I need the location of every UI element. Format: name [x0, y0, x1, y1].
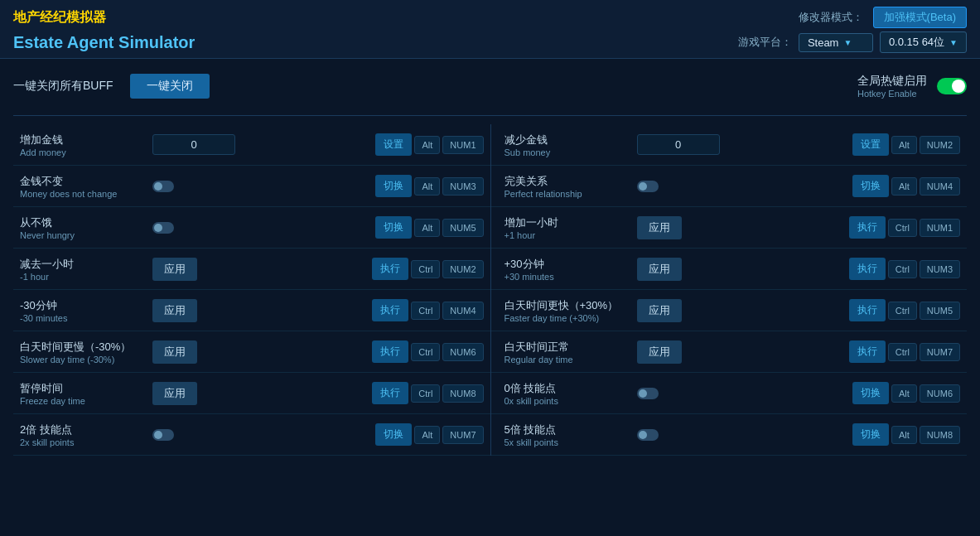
2x-skillpoints-hotkey: 切换 Alt NUM7 [375, 423, 483, 446]
feature-cn-slower-daytime: 白天时间更慢（-30%） [20, 340, 152, 355]
plus-1hour-apply-button[interactable]: 应用 [637, 216, 682, 239]
2x-skillpoints-mod-badge: Alt [414, 426, 440, 444]
feature-money-nochange: 金钱不变 Money does not change 切换 Alt NUM3 [13, 166, 490, 207]
feature-en-minus-30min: -30 minutes [20, 313, 152, 323]
toggle-off-knob4 [639, 182, 647, 191]
feature-cn-plus-1hour: 增加一小时 [504, 215, 637, 230]
2x-skillpoints-toggle-button[interactable]: 切换 [375, 423, 412, 446]
toggle-off-knob2 [154, 224, 162, 232]
feature-control-slower-daytime: 应用 执行 Ctrl NUM6 [152, 340, 484, 364]
plus-1hour-exec-button[interactable]: 执行 [849, 216, 886, 239]
perfect-rel-toggle-button[interactable]: 切换 [852, 175, 889, 197]
minus-1hour-mod-badge: Ctrl [411, 260, 440, 278]
plus-30min-exec-button[interactable]: 执行 [849, 258, 886, 280]
add-money-input[interactable] [152, 134, 235, 155]
main-content: 一键关闭所有BUFF 一键关闭 全局热键启用 Hotkey Enable 增加金… [0, 59, 980, 466]
hotkey-toggle[interactable] [937, 78, 967, 94]
feature-info-sub-money: 减少金钱 Sub money [504, 133, 637, 157]
freeze-daytime-apply-button[interactable]: 应用 [152, 382, 197, 405]
freeze-daytime-hotkey: 执行 Ctrl NUM8 [372, 382, 483, 404]
5x-skillpoints-toggle[interactable] [637, 429, 659, 441]
feature-en-plus-1hour: +1 hour [504, 230, 637, 240]
perfect-rel-hotkey: 切换 Alt NUM4 [852, 175, 960, 197]
feature-cn-plus-30min: +30分钟 [504, 257, 637, 272]
feature-en-money-nochange: Money does not change [20, 189, 152, 199]
plus-30min-hotkey: 执行 Ctrl NUM3 [849, 258, 960, 280]
perfect-rel-key-badge: NUM4 [920, 177, 960, 196]
sub-money-input[interactable] [637, 134, 720, 155]
feature-cn-regular-daytime: 白天时间正常 [504, 340, 637, 355]
perfect-rel-toggle[interactable] [637, 181, 659, 192]
minus-30min-exec-button[interactable]: 执行 [372, 299, 408, 321]
mode-badge[interactable]: 加强模式(Beta) [873, 7, 967, 28]
feature-cn-money-nochange: 金钱不变 [20, 174, 152, 189]
slower-daytime-hotkey: 执行 Ctrl NUM6 [372, 340, 483, 363]
add-money-set-button[interactable]: 设置 [375, 133, 412, 156]
regular-daytime-mod-badge: Ctrl [888, 343, 917, 361]
platform-chevron-icon: ▼ [843, 38, 852, 47]
sub-money-hotkey: 设置 Alt NUM2 [852, 133, 960, 156]
money-nochange-key-badge: NUM3 [442, 177, 483, 196]
faster-daytime-apply-button[interactable]: 应用 [637, 299, 682, 322]
close-all-button[interactable]: 一键关闭 [130, 74, 210, 99]
never-hungry-toggle[interactable] [152, 222, 174, 234]
platform-select[interactable]: Steam ▼ [799, 33, 873, 52]
feature-plus-30min: +30分钟 +30 minutes 应用 执行 Ctrl NUM3 [491, 249, 968, 290]
sub-money-set-button[interactable]: 设置 [852, 133, 889, 156]
feature-cn-faster-daytime: 白天时间更快（+30%） [504, 298, 637, 313]
hotkey-label-cn: 全局热键启用 [857, 74, 927, 89]
feature-en-5x-skillpoints: 5x skill points [504, 437, 637, 447]
money-nochange-toggle-button[interactable]: 切换 [375, 175, 412, 197]
right-column: 减少金钱 Sub money 设置 Alt NUM2 完美关系 Perfect … [490, 124, 968, 456]
feature-info-slower-daytime: 白天时间更慢（-30%） Slower day time (-30%) [20, 340, 152, 365]
divider [13, 115, 967, 116]
feature-en-perfect-rel: Perfect relationship [504, 189, 637, 199]
feature-en-freeze-daytime: Freeze day time [20, 396, 152, 406]
platform-row: 游戏平台： Steam ▼ 0.0.15 64位 ▼ [738, 31, 967, 53]
feature-info-minus-30min: -30分钟 -30 minutes [20, 298, 152, 323]
never-hungry-key-badge: NUM5 [442, 219, 483, 237]
minus-30min-apply-button[interactable]: 应用 [152, 299, 197, 322]
feature-control-2x-skillpoints: 切换 Alt NUM7 [152, 423, 484, 446]
plus-30min-apply-button[interactable]: 应用 [637, 258, 682, 281]
freeze-daytime-mod-badge: Ctrl [411, 384, 440, 403]
never-hungry-mod-badge: Alt [414, 219, 440, 237]
0x-skillpoints-toggle[interactable] [637, 388, 659, 399]
faster-daytime-mod-badge: Ctrl [888, 302, 917, 320]
regular-daytime-apply-button[interactable]: 应用 [637, 340, 682, 364]
minus-1hour-exec-button[interactable]: 执行 [372, 258, 408, 280]
faster-daytime-exec-button[interactable]: 执行 [849, 299, 886, 321]
feature-minus-30min: -30分钟 -30 minutes 应用 执行 Ctrl NUM4 [13, 290, 490, 331]
add-money-hotkey: 设置 Alt NUM1 [375, 133, 483, 156]
version-select[interactable]: 0.0.15 64位 ▼ [880, 31, 967, 53]
minus-30min-mod-badge: Ctrl [411, 302, 440, 320]
feature-control-faster-daytime: 应用 执行 Ctrl NUM5 [637, 299, 961, 322]
hotkey-label-en: Hotkey Enable [857, 89, 927, 99]
slower-daytime-exec-button[interactable]: 执行 [372, 340, 408, 363]
feature-info-regular-daytime: 白天时间正常 Regular day time [504, 340, 637, 365]
0x-skillpoints-hotkey: 切换 Alt NUM6 [852, 382, 960, 404]
freeze-daytime-key-badge: NUM8 [442, 384, 483, 403]
sub-money-key-badge: NUM2 [920, 136, 960, 154]
platform-label: 游戏平台： [738, 35, 792, 50]
regular-daytime-exec-button[interactable]: 执行 [849, 340, 886, 363]
feature-en-regular-daytime: Regular day time [504, 355, 637, 365]
feature-cn-freeze-daytime: 暂停时间 [20, 381, 152, 396]
feature-control-plus-30min: 应用 执行 Ctrl NUM3 [637, 258, 961, 281]
feature-control-plus-1hour: 应用 执行 Ctrl NUM1 [637, 216, 961, 239]
freeze-daytime-exec-button[interactable]: 执行 [372, 382, 408, 404]
0x-skillpoints-mod-badge: Alt [891, 384, 917, 403]
toggle-knob [952, 80, 965, 93]
0x-skillpoints-toggle-button[interactable]: 切换 [852, 382, 889, 404]
2x-skillpoints-toggle[interactable] [152, 429, 174, 441]
hotkey-enable-labels: 全局热键启用 Hotkey Enable [857, 74, 927, 99]
feature-cn-minus-1hour: 减去一小时 [20, 257, 152, 272]
plus-30min-mod-badge: Ctrl [888, 260, 917, 278]
money-nochange-toggle[interactable] [152, 181, 174, 192]
never-hungry-toggle-button[interactable]: 切换 [375, 216, 412, 239]
2x-skillpoints-key-badge: NUM7 [442, 426, 483, 444]
mode-label: 修改器模式： [799, 10, 863, 25]
minus-1hour-apply-button[interactable]: 应用 [152, 258, 197, 281]
5x-skillpoints-toggle-button[interactable]: 切换 [852, 423, 889, 446]
slower-daytime-apply-button[interactable]: 应用 [152, 340, 197, 364]
